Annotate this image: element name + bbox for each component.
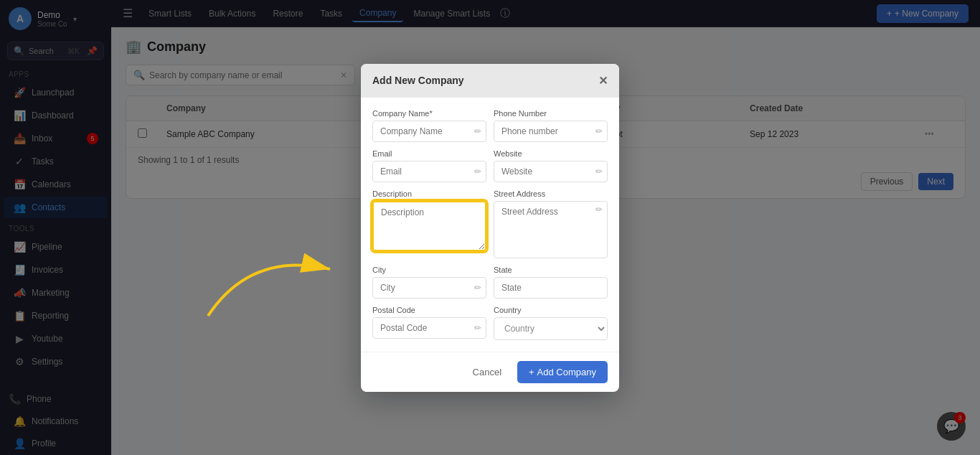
website-label: Website [494, 149, 608, 158]
form-group-website: Website ✏ [494, 149, 608, 182]
phone-label: Phone Number [494, 109, 608, 118]
form-group-city: City ✏ [372, 266, 486, 299]
website-edit-icon: ✏ [591, 166, 607, 177]
city-edit-icon: ✏ [470, 283, 486, 293]
form-group-state: State [494, 266, 608, 299]
city-label: City [372, 266, 486, 274]
street-label: Street Address [494, 189, 608, 198]
form-group-phone: Phone Number ✏ [494, 109, 608, 142]
modal-overlay[interactable]: Add New Company ✕ Company Name* ✏ Phone … [0, 0, 980, 455]
phone-input[interactable] [494, 121, 591, 141]
postal-edit-icon: ✏ [470, 323, 486, 333]
add-company-button[interactable]: + Add Company [517, 361, 608, 383]
city-input[interactable] [373, 278, 470, 298]
modal-footer: Cancel + Add Company [361, 352, 619, 392]
form-group-street: Street Address ✏ [494, 189, 608, 258]
email-label: Email [372, 149, 486, 158]
form-group-email: Email ✏ [372, 149, 486, 182]
email-input[interactable] [373, 161, 470, 182]
form-row-2: Email ✏ Website ✏ [372, 149, 608, 182]
modal-header: Add New Company ✕ [361, 64, 619, 98]
modal-body: Company Name* ✏ Phone Number ✏ [361, 98, 619, 352]
form-row-1: Company Name* ✏ Phone Number ✏ [372, 109, 608, 142]
company-name-label: Company Name* [372, 109, 486, 118]
street-edit-icon: ✏ [591, 202, 607, 217]
company-name-edit-icon: ✏ [470, 126, 486, 136]
plus-icon: + [529, 367, 534, 377]
add-company-modal: Add New Company ✕ Company Name* ✏ Phone … [361, 64, 619, 392]
add-company-label: Add Company [537, 367, 596, 377]
state-input[interactable] [494, 277, 608, 299]
form-group-description: Description [372, 189, 486, 258]
state-label: State [494, 266, 608, 274]
modal-title: Add New Company [372, 75, 464, 86]
country-label: Country [494, 306, 608, 314]
postal-input[interactable] [373, 318, 470, 338]
form-row-4: City ✏ State [372, 266, 608, 299]
email-edit-icon: ✏ [470, 166, 486, 177]
close-icon[interactable]: ✕ [598, 74, 608, 88]
form-row-3: Description Street Address ✏ [372, 189, 608, 258]
street-input[interactable] [494, 202, 591, 252]
country-select[interactable]: Country United States Canada United King… [494, 317, 608, 340]
cancel-button[interactable]: Cancel [464, 362, 510, 382]
form-row-5: Postal Code ✏ Country Country United Sta… [372, 306, 608, 340]
description-textarea[interactable] [372, 201, 486, 251]
company-name-input[interactable] [373, 121, 470, 141]
website-input[interactable] [494, 161, 591, 182]
phone-edit-icon: ✏ [591, 126, 607, 136]
postal-label: Postal Code [372, 306, 486, 314]
form-group-company-name: Company Name* ✏ [372, 109, 486, 142]
form-group-postal: Postal Code ✏ [372, 306, 486, 340]
description-label: Description [372, 189, 486, 198]
form-group-country: Country Country United States Canada Uni… [494, 306, 608, 340]
